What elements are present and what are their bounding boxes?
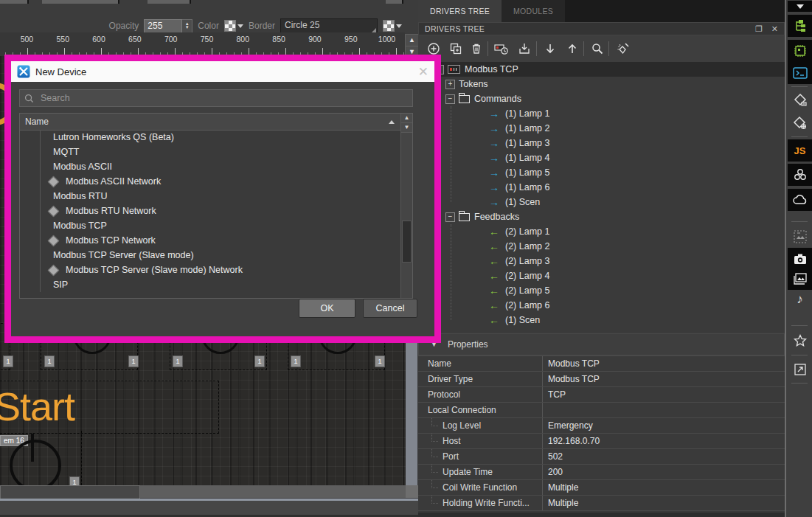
javascript-editor-icon[interactable]: JS <box>788 139 812 162</box>
scrollbar-thumb[interactable] <box>0 485 140 499</box>
tree-row[interactable]: Feedbacks <box>418 209 785 224</box>
close-panel-icon[interactable]: ✕ <box>771 25 778 33</box>
tree-row[interactable]: Modbus TCP <box>418 62 785 77</box>
dialog-titlebar[interactable]: New Device ✕ <box>11 61 434 82</box>
list-scrollbar[interactable]: ▲ ▼ <box>400 114 412 298</box>
project-structure-icon[interactable] <box>788 164 812 186</box>
favorites-icon[interactable] <box>788 330 812 352</box>
tree-row[interactable]: (1) Lamp 2 <box>418 121 785 136</box>
property-row[interactable]: Coil Write Function Multiple <box>418 479 785 495</box>
terminal-icon[interactable] <box>788 62 812 84</box>
tree-row[interactable]: (2) Lamp 3 <box>418 254 785 268</box>
property-value[interactable]: 192.168.0.70 <box>542 434 785 448</box>
duplicate-driver-icon[interactable] <box>446 39 465 58</box>
properties-header[interactable]: ▼ Properties <box>418 333 785 355</box>
driver-scan-icon[interactable] <box>492 39 511 58</box>
property-value[interactable] <box>542 403 785 417</box>
border-select[interactable]: Circle 25 <box>280 18 378 34</box>
interface-editor-icon[interactable] <box>788 40 812 62</box>
driver-list-item[interactable]: Modbus ASCII <box>20 159 401 174</box>
property-value[interactable]: Emergency <box>542 418 785 433</box>
driver-list-item[interactable]: Modbus TCP Server (Slave mode) Network <box>20 263 401 277</box>
driver-list-item[interactable]: Modbus RTU <box>20 189 401 204</box>
search-input[interactable] <box>39 92 408 104</box>
color-swatch-icon[interactable] <box>224 20 236 32</box>
ok-button[interactable]: OK <box>299 299 355 318</box>
property-row[interactable]: Port 502 <box>418 448 785 464</box>
tree-row[interactable]: Commands <box>418 91 785 106</box>
opacity-stepper[interactable]: ▲▼ <box>144 19 192 33</box>
property-row[interactable]: Log Level Emergency <box>418 417 785 433</box>
scroll-up-icon[interactable]: ▲ <box>401 114 412 123</box>
drivers-tree-icon[interactable] <box>788 15 812 37</box>
panel-tab[interactable]: MODULES <box>502 0 565 22</box>
driver-list-item[interactable]: Modbus RTU Network <box>20 204 401 218</box>
tree-row[interactable]: (1) Lamp 4 <box>418 150 785 165</box>
power-button-icon[interactable] <box>10 440 61 485</box>
search-tree-icon[interactable] <box>588 39 607 58</box>
property-row[interactable]: Driver Type Modbus TCP <box>418 371 785 386</box>
opacity-spinner-icon[interactable]: ▲▼ <box>182 19 192 33</box>
property-value[interactable]: TCP <box>542 387 785 402</box>
property-row[interactable]: Update Time 200 <box>418 464 785 479</box>
color-picker[interactable] <box>224 20 243 32</box>
collapse-arrow-icon[interactable] <box>788 1 812 12</box>
driver-list-item[interactable]: Modbus TCP <box>20 218 401 233</box>
property-row[interactable]: Protocol TCP <box>418 386 785 402</box>
property-row[interactable]: Holding Write Functi... Multiple <box>418 495 785 510</box>
cloud-icon[interactable] <box>788 189 812 211</box>
tree-row[interactable]: (2) Lamp 4 <box>418 268 785 283</box>
chevron-down-icon[interactable] <box>396 24 402 28</box>
property-row[interactable]: Host 192.168.0.70 <box>418 433 785 448</box>
property-value[interactable]: Modbus TCP <box>542 372 785 386</box>
tree-row[interactable]: Tokens <box>418 77 785 91</box>
cleanup-icon[interactable] <box>614 39 634 58</box>
tree-row[interactable]: (1) Lamp 1 <box>418 106 785 121</box>
property-value[interactable]: 200 <box>542 465 785 479</box>
gallery-settings-icon[interactable] <box>788 112 812 134</box>
opacity-input[interactable] <box>144 19 182 33</box>
property-value[interactable]: Modbus TCP <box>542 356 785 371</box>
tree-row[interactable]: (1) Scen <box>418 195 785 209</box>
property-value[interactable]: Multiple <box>542 496 785 510</box>
scrollbar-thumb[interactable] <box>402 221 412 263</box>
border-color-picker[interactable] <box>383 20 402 32</box>
tree-row[interactable]: (1) Lamp 5 <box>418 165 785 180</box>
panel-tab[interactable]: DRIVERS TREE <box>418 0 502 22</box>
import-driver-icon[interactable] <box>515 39 534 58</box>
driver-list-item[interactable]: Lutron Homeworks QS (Beta) <box>20 130 401 145</box>
driver-list-item[interactable]: Modbus TCP Server (Slave mode) <box>20 248 401 263</box>
property-row[interactable]: Name Modbus TCP <box>418 355 785 371</box>
scroll-down-icon[interactable]: ▼ <box>401 123 412 133</box>
gallery-icon[interactable] <box>788 268 812 290</box>
tree-row[interactable]: (1) Scen <box>418 313 785 327</box>
tree-row[interactable]: (2) Lamp 5 <box>418 283 785 298</box>
move-up-icon[interactable] <box>563 39 582 58</box>
column-header-name[interactable]: Name <box>20 117 389 127</box>
expander-icon[interactable] <box>445 80 455 89</box>
driver-list-item[interactable]: Modbus TCP Network <box>20 233 401 248</box>
tree-row[interactable]: (2) Lamp 2 <box>418 239 785 254</box>
expander-icon[interactable] <box>445 212 455 222</box>
tree-row[interactable]: (1) Lamp 6 <box>418 180 785 195</box>
driver-list-item[interactable]: Modbus ASCII Network <box>20 174 401 189</box>
tree-row[interactable]: (1) Lamp 3 <box>418 136 785 150</box>
driver-list-item[interactable]: SIP <box>20 277 401 292</box>
tree-row[interactable]: (2) Lamp 1 <box>418 224 785 239</box>
tree-row[interactable]: (2) Lamp 6 <box>418 298 785 313</box>
cancel-button[interactable]: Cancel <box>363 299 417 318</box>
chevron-down-icon[interactable] <box>237 24 243 28</box>
export-window-icon[interactable] <box>788 358 812 381</box>
screenshot-camera-icon[interactable] <box>788 248 812 270</box>
start-button-label[interactable]: Start <box>0 384 74 429</box>
move-down-icon[interactable] <box>541 39 560 58</box>
close-icon[interactable]: ✕ <box>418 66 428 78</box>
property-row[interactable]: Local Connection <box>418 402 785 417</box>
search-box[interactable] <box>19 89 413 107</box>
driver-list-item[interactable]: MQTT <box>20 145 401 159</box>
gallery-remove-icon[interactable] <box>788 89 812 111</box>
delete-driver-icon[interactable] <box>467 39 486 58</box>
canvas-horizontal-scrollbar[interactable] <box>0 485 418 498</box>
expander-icon[interactable] <box>445 94 455 104</box>
list-header[interactable]: Name <box>20 114 412 131</box>
